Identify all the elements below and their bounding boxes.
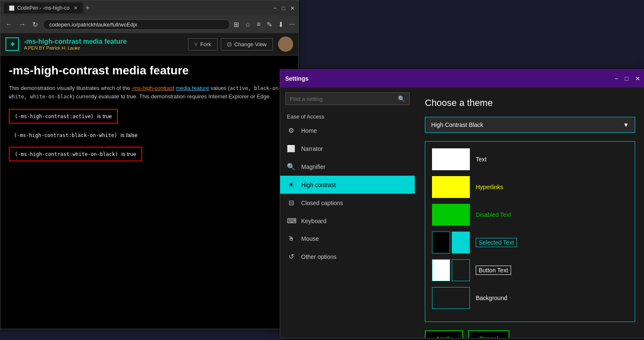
selected-text-color-label: Selected Text	[476, 238, 517, 247]
browser-window-controls: − □ ✕	[274, 5, 295, 11]
favorites-icon[interactable]: ☆	[245, 21, 251, 29]
refresh-button[interactable]: ↻	[31, 19, 40, 30]
settings-minimize-button[interactable]: −	[615, 75, 618, 82]
settings-win-controls: − □ ✕	[615, 75, 640, 82]
sidebar-item-mouse[interactable]: 🖱 Mouse	[280, 230, 415, 248]
change-view-icon: ⊡	[227, 41, 232, 47]
query-white-on-black-box: (-ms-high-contrast:white-on-black) is tr…	[9, 147, 142, 161]
toolbar-icons: ⊞ ☆ ≡ ✎ ⬇ ···	[233, 21, 295, 29]
browser-toolbar: ← → ↻ codepen.io/patrickhlauke/full/woEd…	[0, 16, 298, 33]
hyperlinks-color-swatch[interactable]	[432, 176, 470, 198]
browser-close-button[interactable]: ✕	[290, 5, 295, 11]
sidebar-item-other-options[interactable]: ↺ Other options	[280, 248, 415, 266]
browser-minimize-button[interactable]: −	[274, 5, 277, 11]
query-white-label: is true	[121, 151, 136, 157]
disabled-text-color-swatch[interactable]	[432, 204, 470, 226]
sidebar-item-closed-captions-label: Closed captions	[301, 200, 343, 206]
theme-dropdown-value: High Contrast Black	[431, 121, 483, 128]
settings-close-button[interactable]: ✕	[635, 75, 640, 82]
browser-header: ✦ -ms-high-contrast media feature A PEN …	[0, 33, 298, 55]
query-active-code: (-ms-high-contrast:active)	[15, 113, 94, 119]
home-icon: ⚙	[287, 127, 295, 134]
sidebar-item-high-contrast-label: High contrast	[301, 182, 336, 188]
text-color-row: Text	[432, 148, 628, 170]
settings-body: 🔍 Ease of Access ⚙ Home ⬜ Narrator 🔍 Mag…	[280, 87, 644, 338]
sidebar-item-home[interactable]: ⚙ Home	[280, 121, 415, 140]
sidebar-item-high-contrast[interactable]: ☀ High contrast	[280, 176, 415, 194]
background-color-label: Background	[476, 295, 507, 301]
magnifier-icon: 🔍	[287, 163, 295, 171]
narrator-icon: ⬜	[287, 145, 295, 153]
other-options-icon: ↺	[287, 253, 295, 261]
background-color-row: Background	[432, 287, 628, 309]
sidebar-item-home-label: Home	[301, 127, 317, 134]
theme-preview: Text Hyperlinks Disabled Text	[425, 141, 635, 322]
edit-icon[interactable]: ✎	[267, 21, 272, 29]
header-actions: ⑂ Fork ⊡ Change View	[188, 38, 273, 50]
ms-high-contrast-link[interactable]: -ms-high-contrast	[132, 85, 174, 91]
apply-button[interactable]: Apply	[425, 330, 463, 338]
sidebar-item-magnifier-label: Magnifier	[301, 163, 326, 170]
browser-maximize-button[interactable]: □	[282, 5, 285, 11]
settings-maximize-button[interactable]: □	[625, 75, 628, 82]
query-black-on-white-box: (-ms-high-contrast:black-on-white) is fa…	[9, 129, 290, 142]
background-color-swatch[interactable]	[432, 287, 470, 309]
query-black-label: is false	[120, 132, 137, 138]
chevron-down-icon: ▼	[623, 121, 629, 128]
media-feature-link[interactable]: media feature	[176, 85, 209, 91]
address-bar[interactable]: codepen.io/patrickhlauke/full/woEdjx	[43, 19, 230, 30]
keyboard-icon: ⌨	[287, 217, 295, 225]
page-description: This demonstration visually illustrates …	[9, 84, 290, 100]
sidebar-item-keyboard[interactable]: ⌨ Keyboard	[280, 212, 415, 230]
change-view-button[interactable]: ⊡ Change View	[221, 38, 273, 50]
search-box[interactable]: 🔍	[285, 92, 410, 105]
content-title: Choose a theme	[425, 98, 635, 108]
menu-icon[interactable]: ≡	[257, 21, 260, 29]
tab-icon: ⬜	[9, 5, 15, 11]
back-button[interactable]: ←	[4, 19, 14, 30]
theme-dropdown[interactable]: High Contrast Black ▼	[425, 117, 635, 133]
codepen-logo: ✦	[5, 37, 19, 51]
settings-title: Settings	[285, 75, 615, 82]
button-text-swatch-white	[432, 259, 450, 281]
settings-sidebar: 🔍 Ease of Access ⚙ Home ⬜ Narrator 🔍 Mag…	[280, 87, 415, 338]
search-icon: 🔍	[398, 95, 405, 102]
text-color-swatch[interactable]	[432, 148, 470, 170]
sidebar-item-other-options-label: Other options	[301, 253, 337, 260]
closed-captions-icon: ⊟	[287, 199, 295, 207]
tab-close-icon[interactable]: ✕	[74, 5, 78, 11]
fork-icon: ⑂	[194, 41, 198, 47]
sidebar-item-narrator[interactable]: ⬜ Narrator	[280, 140, 415, 158]
action-buttons: Apply Cancel	[425, 330, 635, 338]
query-active-box: (-ms-high-contrast:active) is true	[9, 109, 118, 124]
sidebar-item-mouse-label: Mouse	[301, 235, 319, 242]
downloads-icon[interactable]: ⬇	[278, 21, 284, 29]
browser-tab[interactable]: ⬜ CodePen - -ms-high-co ✕	[4, 3, 83, 13]
sidebar-item-keyboard-label: Keyboard	[301, 218, 326, 224]
fork-button[interactable]: ⑂ Fork	[188, 38, 217, 50]
selected-text-color-swatch[interactable]	[432, 232, 470, 253]
button-text-color-swatch[interactable]	[432, 259, 470, 281]
browser-window: ⬜ CodePen - -ms-high-co ✕ + − □ ✕ ← → ↻ …	[0, 0, 299, 329]
page-heading: -ms-high-contrast media feature	[9, 64, 290, 77]
new-tab-button[interactable]: +	[85, 4, 90, 13]
button-text-swatch-dark	[452, 259, 470, 281]
more-icon[interactable]: ···	[289, 21, 295, 29]
url-text: codepen.io/patrickhlauke/full/woEdjx	[49, 21, 138, 28]
tab-title: CodePen - -ms-high-co	[17, 5, 69, 11]
avatar	[278, 37, 293, 52]
cancel-button[interactable]: Cancel	[468, 330, 509, 338]
settings-content: Choose a theme High Contrast Black ▼ Tex…	[415, 87, 644, 338]
sidebar-item-magnifier[interactable]: 🔍 Magnifier	[280, 158, 415, 176]
sidebar-item-closed-captions[interactable]: ⊟ Closed captions	[280, 194, 415, 212]
browser-titlebar: ⬜ CodePen - -ms-high-co ✕ + − □ ✕	[0, 0, 298, 16]
button-text-color-row: Button Text	[432, 259, 628, 281]
pen-title-section: -ms-high-contrast media feature A PEN BY…	[24, 38, 183, 50]
mouse-icon: 🖱	[287, 235, 295, 242]
selected-text-swatch-black	[432, 232, 450, 253]
ease-of-access-label: Ease of Access	[280, 110, 415, 121]
query-white-code: (-ms-high-contrast:white-on-black)	[15, 151, 118, 157]
forward-button[interactable]: →	[17, 19, 27, 30]
reader-icon[interactable]: ⊞	[233, 21, 239, 29]
search-input[interactable]	[290, 96, 398, 102]
